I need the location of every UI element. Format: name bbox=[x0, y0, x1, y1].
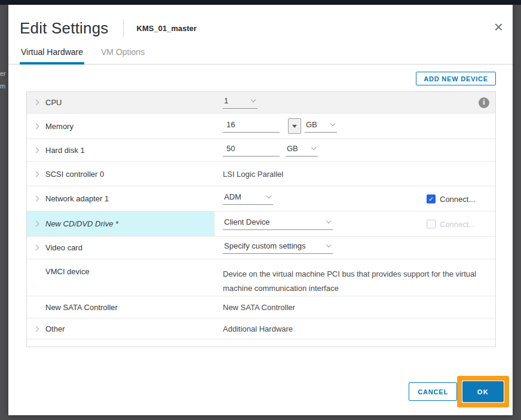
memory-unit-select[interactable]: GB bbox=[305, 120, 337, 133]
row-label-col: Video card bbox=[27, 237, 223, 259]
tab-vm-options[interactable]: VM Options bbox=[100, 47, 146, 64]
chevron-down-icon bbox=[266, 194, 271, 198]
close-icon[interactable]: × bbox=[494, 19, 503, 35]
backdrop-top-bar bbox=[0, 0, 521, 5]
row-label-col: New SATA Controller bbox=[27, 296, 223, 318]
dialog-footer: CANCEL OK bbox=[409, 376, 509, 407]
row-label-col: Hard disk 1 bbox=[27, 139, 223, 161]
chevron-down-icon bbox=[326, 243, 331, 247]
backdrop-text-fragment: er bbox=[0, 70, 6, 77]
expand-chevron-icon[interactable] bbox=[33, 196, 39, 202]
cpu-count-select[interactable]: 1 bbox=[223, 96, 258, 109]
edit-settings-dialog: Edit Settings KMS_01_master × Virtual Ha… bbox=[8, 5, 513, 415]
row-label-col: Other bbox=[27, 318, 223, 339]
row-value-text: Additional Hardware bbox=[223, 324, 293, 333]
cd-dvd-source-select[interactable]: Client Device bbox=[223, 217, 333, 230]
connect-label: Connect... bbox=[440, 194, 475, 203]
row-label-col: New CD/DVD Drive * bbox=[27, 211, 223, 236]
row-label: New CD/DVD Drive * bbox=[45, 219, 118, 228]
video-settings-select[interactable]: Specify custom settings bbox=[223, 241, 333, 254]
expand-chevron-icon[interactable] bbox=[33, 221, 39, 227]
row-label: New SATA Controller bbox=[45, 303, 118, 312]
row-label: CPU bbox=[45, 98, 62, 107]
row-label: Other bbox=[45, 324, 65, 333]
hw-row-cpu: CPU 1 i bbox=[27, 92, 495, 114]
hardware-table: CPU 1 i Memory GB bbox=[26, 91, 496, 347]
connect-checkbox-group: ✓ Connect... bbox=[427, 194, 475, 203]
expand-chevron-icon[interactable] bbox=[33, 326, 39, 332]
add-new-device-button[interactable]: ADD NEW DEVICE bbox=[416, 72, 496, 85]
row-label: Hard disk 1 bbox=[45, 146, 85, 155]
memory-stepper-button[interactable] bbox=[288, 118, 301, 134]
hw-row-video-card: Video card Specify custom settings bbox=[27, 237, 495, 259]
connect-label: Connect... bbox=[440, 219, 475, 228]
tab-virtual-hardware[interactable]: Virtual Hardware bbox=[20, 47, 84, 65]
hw-row-new-cd-dvd-drive: New CD/DVD Drive * Client Device Connect… bbox=[27, 211, 495, 237]
network-select[interactable]: ADM bbox=[223, 192, 273, 205]
hw-row-hard-disk-1: Hard disk 1 GB bbox=[27, 139, 495, 162]
vm-name: KMS_01_master bbox=[137, 24, 197, 33]
hw-row-new-sata-controller: New SATA Controller New SATA Controller bbox=[27, 296, 495, 318]
table-filler-row bbox=[27, 339, 495, 347]
disk-unit-select[interactable]: GB bbox=[286, 144, 318, 157]
connect-checkbox-group: Connect... bbox=[427, 219, 475, 228]
row-label-col: SCSI controller 0 bbox=[27, 162, 223, 186]
row-label: VMCI device bbox=[45, 267, 90, 276]
expand-chevron-icon[interactable] bbox=[33, 100, 39, 106]
row-label: SCSI controller 0 bbox=[45, 170, 104, 179]
row-label-col: Memory bbox=[27, 114, 223, 139]
row-label: Memory bbox=[45, 122, 73, 131]
memory-size-input[interactable] bbox=[223, 120, 280, 133]
connect-checkbox[interactable]: ✓ bbox=[427, 194, 436, 203]
row-label: Network adapter 1 bbox=[45, 194, 109, 203]
dialog-title: Edit Settings bbox=[20, 19, 109, 38]
caret-down-icon bbox=[292, 125, 297, 128]
toolbar: ADD NEW DEVICE bbox=[26, 72, 496, 86]
ok-button[interactable]: OK bbox=[462, 381, 504, 402]
row-value-text: LSI Logic Parallel bbox=[223, 170, 283, 179]
chevron-down-icon bbox=[330, 121, 335, 125]
chevron-down-icon bbox=[251, 97, 256, 102]
hw-row-scsi-controller: SCSI controller 0 LSI Logic Parallel bbox=[27, 162, 495, 186]
tab-bar: Virtual Hardware VM Options bbox=[8, 47, 513, 65]
hw-row-memory: Memory GB bbox=[27, 114, 495, 139]
chevron-down-icon bbox=[326, 219, 331, 223]
expand-chevron-icon[interactable] bbox=[33, 171, 39, 177]
row-label: Video card bbox=[45, 243, 82, 252]
row-label-col: CPU bbox=[27, 92, 223, 113]
disk-size-input[interactable] bbox=[223, 144, 280, 157]
expand-chevron-icon[interactable] bbox=[33, 245, 39, 251]
hw-row-network-adapter-1: Network adapter 1 ADM ✓ Connect... bbox=[27, 186, 495, 211]
header-divider bbox=[123, 19, 124, 37]
row-value-text: Device on the virtual machine PCI bus th… bbox=[223, 267, 480, 296]
chevron-down-icon bbox=[311, 145, 316, 150]
hw-row-vmci-device: VMCI device Device on the virtual machin… bbox=[27, 259, 495, 296]
expand-chevron-icon[interactable] bbox=[33, 148, 39, 154]
dialog-header: Edit Settings KMS_01_master bbox=[8, 5, 513, 38]
connect-checkbox-disabled[interactable] bbox=[427, 219, 436, 228]
cancel-button[interactable]: CANCEL bbox=[409, 382, 457, 401]
backdrop-text-fragment: m bbox=[0, 82, 5, 90]
row-value-text: New SATA Controller bbox=[223, 303, 295, 312]
ok-highlight-annotation: OK bbox=[457, 376, 509, 407]
hw-row-other: Other Additional Hardware bbox=[27, 318, 495, 339]
row-label-col: VMCI device bbox=[27, 267, 223, 276]
row-label-col: Network adapter 1 bbox=[27, 186, 223, 211]
expand-chevron-icon[interactable] bbox=[33, 123, 39, 129]
info-icon[interactable]: i bbox=[479, 97, 489, 108]
